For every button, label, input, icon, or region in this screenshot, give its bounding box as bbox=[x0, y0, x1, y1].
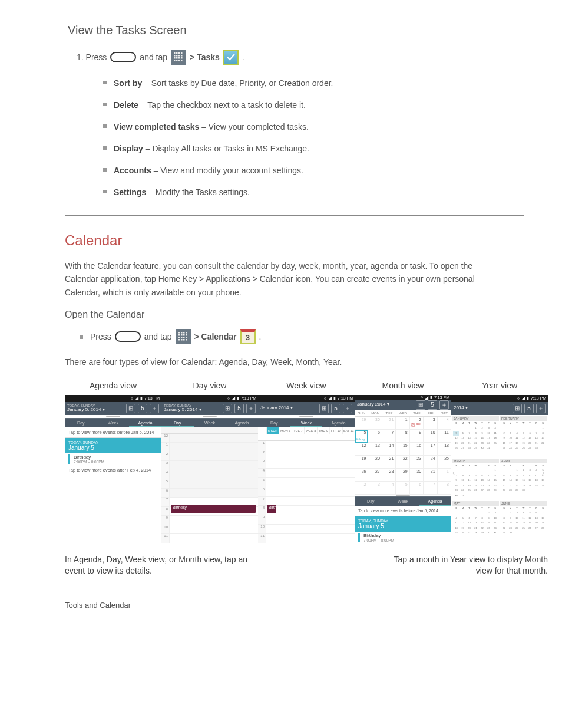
agenda-event[interactable]: Birthday 7:00PM – 8:00PM bbox=[358, 533, 448, 542]
mini-month[interactable]: JANUARYSMTWTFS12345678910111213141516171… bbox=[452, 416, 499, 457]
month-cell[interactable]: 31 bbox=[424, 469, 437, 482]
month-cell[interactable]: 26 bbox=[355, 469, 368, 482]
today-icon[interactable]: 5 bbox=[234, 404, 244, 413]
year-grid[interactable]: JANUARYSMTWTFS12345678910111213141516171… bbox=[451, 415, 548, 543]
today-icon[interactable]: 5 bbox=[331, 404, 340, 413]
month-cell[interactable]: 11 bbox=[438, 430, 451, 443]
title[interactable]: January 2014 ▾ bbox=[357, 402, 414, 407]
month-cell[interactable]: 30 bbox=[368, 417, 382, 430]
mini-month[interactable]: MARCHSMTWTFS1234567891011121314151617181… bbox=[452, 459, 499, 500]
tab-agenda[interactable]: Agenda bbox=[129, 419, 161, 427]
month-cell[interactable]: 21 bbox=[382, 456, 396, 469]
month-cell[interactable]: 24 bbox=[424, 456, 437, 469]
tab-day[interactable]: Day bbox=[258, 419, 290, 427]
agenda-body[interactable]: Tap to view more events before Jan 5, 20… bbox=[65, 427, 161, 543]
month-cell[interactable]: 13 bbox=[368, 443, 382, 456]
day-body[interactable]: 12 1 2 3 4 5 6 7 8 9 10 11 Birthday bbox=[161, 427, 258, 543]
today-icon[interactable]: 5 bbox=[428, 400, 437, 410]
today-icon[interactable]: 5 bbox=[524, 404, 534, 413]
month-cell[interactable]: 22 bbox=[396, 456, 409, 469]
prev-year-icon[interactable]: ‹ bbox=[452, 469, 457, 476]
month-cell[interactable]: 28 bbox=[382, 469, 396, 482]
title[interactable]: January 2014 ▾ bbox=[260, 406, 317, 411]
month-cell[interactable]: 25 bbox=[438, 456, 451, 469]
month-cell[interactable]: 12 bbox=[355, 443, 368, 456]
title[interactable]: 2014 ▾ bbox=[454, 406, 510, 411]
title[interactable]: TODAY, SUNDAY January 5, 2014 ▾ bbox=[164, 404, 220, 413]
add-icon[interactable]: ＋ bbox=[439, 400, 449, 410]
month-cell[interactable]: 8 bbox=[438, 482, 451, 495]
month-cell[interactable]: 14 bbox=[382, 443, 396, 456]
today-icon[interactable]: 5 bbox=[138, 404, 147, 413]
wd[interactable]: MON 6 bbox=[279, 427, 291, 434]
month-cell[interactable]: 2 bbox=[355, 482, 368, 495]
month-cell[interactable]: 27 bbox=[368, 469, 382, 482]
month-cell[interactable]: 6 bbox=[368, 430, 382, 443]
agenda-before[interactable]: Tap to view more events before Jan 5, 20… bbox=[355, 506, 451, 516]
add-icon[interactable]: ＋ bbox=[536, 404, 546, 413]
view-grid-icon[interactable]: ⊞ bbox=[319, 404, 329, 413]
month-cell[interactable]: 5Birthday bbox=[355, 430, 368, 443]
next-year-icon[interactable]: › bbox=[542, 469, 547, 476]
month-cell[interactable]: 29 bbox=[396, 469, 409, 482]
month-cell[interactable]: 7 bbox=[382, 430, 396, 443]
tab-agenda[interactable]: Agenda bbox=[419, 497, 451, 506]
month-cell[interactable]: 2The little Girl bbox=[410, 417, 424, 430]
tab-day[interactable]: Day bbox=[65, 419, 97, 427]
add-icon[interactable]: ＋ bbox=[150, 404, 159, 413]
month-cell[interactable]: 4 bbox=[382, 482, 396, 495]
wd[interactable]: FRI 10 bbox=[329, 427, 342, 434]
agenda-before[interactable]: Tap to view more events before Jan 5, 20… bbox=[65, 427, 161, 439]
tab-week[interactable]: Week bbox=[97, 419, 130, 427]
tab-day[interactable]: Day bbox=[355, 497, 387, 506]
tab-day[interactable]: Day bbox=[161, 419, 194, 427]
month-cell[interactable]: 8 bbox=[396, 430, 409, 443]
month-cell[interactable]: 20 bbox=[368, 456, 382, 469]
month-grid[interactable]: 29303112The little Girl345Birthday678910… bbox=[355, 417, 451, 495]
view-grid-icon[interactable]: ⊞ bbox=[126, 404, 135, 413]
month-cell[interactable]: 1 bbox=[396, 417, 409, 430]
month-cell[interactable]: 1 bbox=[438, 469, 451, 482]
month-cell[interactable]: 5 bbox=[396, 482, 409, 495]
view-grid-icon[interactable]: ⊞ bbox=[223, 404, 232, 413]
agenda-after[interactable]: Tap to view more events after Feb 4, 201… bbox=[65, 465, 161, 476]
month-cell[interactable]: 4 bbox=[438, 417, 451, 430]
view-grid-icon[interactable]: ⊞ bbox=[416, 400, 425, 410]
mini-month[interactable]: APRILSMTWTFS1234567891011121314151617181… bbox=[500, 459, 547, 500]
title[interactable]: TODAY, SUNDAY January 5, 2014 ▾ bbox=[67, 404, 124, 413]
month-cell[interactable]: 18 bbox=[438, 443, 451, 456]
month-cell[interactable]: 10 bbox=[424, 430, 437, 443]
wd[interactable]: WED 8 bbox=[304, 427, 316, 434]
tab-agenda[interactable]: Agenda bbox=[226, 419, 258, 427]
month-cell[interactable]: 3 bbox=[368, 482, 382, 495]
wd[interactable]: THU 9 bbox=[317, 427, 329, 434]
tab-week[interactable]: Week bbox=[290, 419, 323, 427]
month-cell[interactable]: 31 bbox=[382, 417, 396, 430]
view-grid-icon[interactable]: ⊞ bbox=[513, 404, 522, 413]
mini-month[interactable]: MAYSMTWTFS123456789101112131415161718192… bbox=[452, 501, 499, 542]
month-cell[interactable]: 3 bbox=[424, 417, 437, 430]
month-cell[interactable]: 17 bbox=[424, 443, 437, 456]
month-cell[interactable]: 9 bbox=[410, 430, 424, 443]
agenda-event[interactable]: Birthday 7:00PM – 8:00PM bbox=[68, 454, 158, 464]
week-body[interactable]: 1 2 3 4 5 6 7 8 9 10 11 Birthda bbox=[258, 434, 355, 543]
add-icon[interactable]: ＋ bbox=[246, 404, 256, 413]
month-cell[interactable]: 16 bbox=[410, 443, 424, 456]
tab-week[interactable]: Week bbox=[194, 419, 226, 427]
month-cell[interactable]: 19 bbox=[355, 456, 368, 469]
month-agenda[interactable]: Tap to view more events before Jan 5, 20… bbox=[355, 506, 451, 543]
mini-month[interactable]: FEBRUARYSMTWTFS1234567891011121314151617… bbox=[500, 416, 547, 457]
month-cell[interactable]: 29 bbox=[355, 417, 368, 430]
mini-month[interactable]: JUNESMTWTFS12345678910111213141516171819… bbox=[500, 501, 547, 542]
month-cell[interactable]: 7 bbox=[424, 482, 437, 495]
month-cell[interactable]: 23 bbox=[410, 456, 424, 469]
wd[interactable]: SAT 11 bbox=[342, 427, 355, 434]
wd[interactable]: TUE 7 bbox=[292, 427, 304, 434]
month-cell[interactable]: 15 bbox=[396, 443, 409, 456]
wd[interactable]: 5 SUN bbox=[266, 427, 279, 434]
month-cell[interactable]: 30 bbox=[410, 469, 424, 482]
tab-week[interactable]: Week bbox=[387, 497, 419, 506]
month-cell[interactable]: 6 bbox=[410, 482, 424, 495]
tab-agenda[interactable]: Agenda bbox=[322, 419, 355, 427]
add-icon[interactable]: ＋ bbox=[343, 404, 352, 413]
